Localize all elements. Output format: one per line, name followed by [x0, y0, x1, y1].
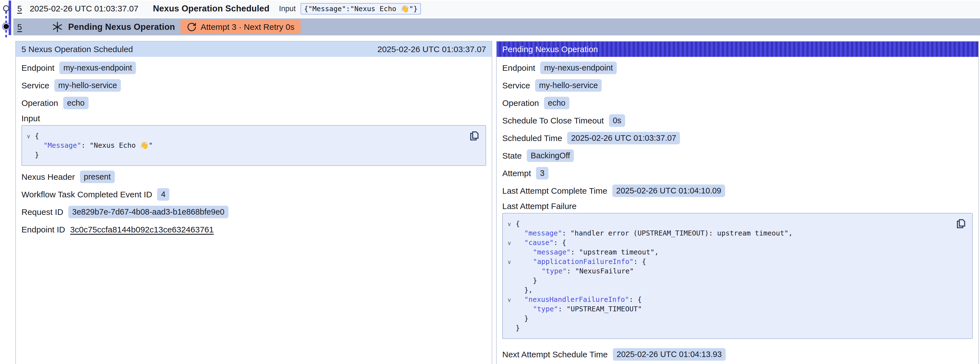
json-key: "cause": [524, 239, 554, 247]
field-endpoint: Endpointmy-nexus-endpoint: [21, 59, 486, 77]
event-id-link[interactable]: 5: [17, 4, 22, 13]
field-service: Servicemy-hello-service: [21, 77, 486, 94]
field-endpoint: Endpointmy-nexus-endpoint: [502, 59, 973, 77]
json-text: }: [524, 315, 528, 322]
code-line: ∨"applicationFailureInfo": {: [503, 257, 956, 267]
field-value-chip: echo: [63, 97, 89, 109]
code-line: "Message": "Nexus Echo 👋": [22, 141, 469, 150]
field-value-chip: present: [80, 171, 115, 183]
field-label: Endpoint: [502, 63, 535, 73]
json-text: : {: [633, 257, 646, 266]
pending-operation-row[interactable]: 5 Pending Nexus Operation Attempt 3 · Ne…: [13, 18, 980, 35]
field-endpoint-id: Endpoint ID3c0c75ccfa8144b092c13ce632463…: [21, 221, 486, 238]
field-value-chip: echo: [544, 97, 570, 109]
event-summary-row[interactable]: 5 2025-02-26 UTC 01:03:37.07 Nexus Opera…: [13, 0, 980, 17]
field-label: Service: [21, 81, 49, 90]
code-line: "message": "handler error (UPSTREAM_TIME…: [503, 228, 956, 238]
field-label: Workflow Task Completed Event ID: [21, 190, 152, 199]
collapse-chevron-icon[interactable]: ∨: [27, 132, 31, 141]
field-value-chip: my-hello-service: [54, 79, 121, 92]
field-value-chip: 3e829b7e-7d67-4b08-aad3-b1e868bfe9e0: [68, 206, 228, 218]
input-block-label: Input: [21, 112, 486, 125]
event-input-label: Input: [279, 5, 296, 13]
json-text: : "Nexus Echo 👋": [81, 141, 153, 149]
timeline-start-circle-icon: [2, 5, 10, 12]
code-line: "type": "UPSTREAM_TIMEOUT": [503, 304, 956, 314]
code-line: }: [503, 323, 956, 333]
collapse-chevron-icon[interactable]: ∨: [507, 257, 511, 267]
field-value-chip: my-nexus-endpoint: [59, 62, 136, 74]
field-label: Request ID: [21, 208, 63, 217]
json-key: "type": [533, 305, 558, 313]
event-timestamp: 2025-02-26 UTC 01:03:37.07: [30, 4, 138, 13]
json-text: }: [35, 151, 39, 159]
field-label: Endpoint ID: [21, 225, 65, 235]
json-text: : "handler error (UPSTREAM_TIMEOUT): ups…: [562, 229, 792, 237]
collapse-chevron-icon[interactable]: ∨: [507, 219, 511, 229]
pending-title: Pending Nexus Operation: [68, 22, 175, 32]
copy-icon: [955, 218, 967, 230]
retry-badge: Attempt 3 · Next Retry 0s: [180, 20, 301, 34]
retry-icon: [187, 22, 197, 32]
json-text: }: [533, 276, 537, 284]
copy-button[interactable]: [955, 218, 967, 230]
json-text: : "upstream timeout",: [571, 248, 659, 256]
code-line: ∨{: [503, 219, 956, 228]
field-service: Servicemy-hello-service: [502, 77, 973, 94]
json-text: : {: [554, 239, 566, 247]
field-workflow-task-completed-event-id: Workflow Task Completed Event ID4: [21, 186, 486, 203]
field-label: Last Attempt Complete Time: [502, 186, 607, 196]
field-value-chip: my-nexus-endpoint: [540, 62, 617, 74]
event-title: Nexus Operation Scheduled: [153, 4, 269, 14]
input-preview-chip: {"Message":"Nexus Echo 👋"}: [301, 3, 421, 14]
json-text: : {: [629, 295, 641, 303]
json-key: "nexusHandlerFailureInfo": [524, 295, 629, 303]
field-value-link[interactable]: 3c0c75ccfa8144b092c13ce632463761: [70, 225, 214, 235]
field-scheduled-time: Scheduled Time2025-02-26 UTC 01:03:37.07: [502, 129, 973, 147]
code-line: "message": "upstream timeout",: [503, 247, 956, 257]
code-line: },: [503, 286, 956, 295]
field-attempt: Attempt3: [502, 164, 973, 182]
field-value-chip: BackingOff: [527, 149, 574, 162]
json-text: : "UPSTREAM_TIMEOUT": [558, 305, 642, 313]
field-value-chip: 3: [536, 167, 548, 179]
field-label: Service: [502, 81, 530, 90]
pending-detail-header: Pending Nexus Operation: [497, 42, 978, 57]
code-line: }: [22, 150, 469, 160]
json-text: }: [515, 324, 520, 332]
event-detail-timestamp: 2025-02-26 UTC 01:03:37.07: [377, 45, 486, 54]
pending-fields-top: Endpointmy-nexus-endpointServicemy-hello…: [502, 59, 973, 200]
code-line: }: [503, 314, 956, 323]
retry-badge-label: Attempt 3 · Next Retry 0s: [200, 22, 294, 32]
code-line: "type": "NexusFailure": [503, 267, 956, 276]
field-nexus-header: Nexus Headerpresent: [21, 168, 486, 186]
field-operation: Operationecho: [502, 94, 973, 112]
json-key: "applicationFailureInfo": [533, 257, 633, 266]
json-text: {: [515, 220, 520, 228]
pending-fields-bottom: Next Attempt Schedule Time2025-02-26 UTC…: [502, 346, 973, 363]
pending-asterisk-icon: [51, 21, 64, 34]
collapse-chevron-icon[interactable]: ∨: [507, 295, 511, 305]
pending-detail-panel: Pending Nexus Operation Endpointmy-nexus…: [496, 41, 979, 364]
json-key: "type": [541, 267, 566, 275]
field-value-chip: 0s: [609, 114, 625, 127]
field-schedule-to-close-timeout: Schedule To Close Timeout0s: [502, 112, 973, 129]
pending-id-link[interactable]: 5: [17, 22, 22, 32]
collapse-chevron-icon[interactable]: ∨: [507, 238, 511, 248]
field-request-id: Request ID3e829b7e-7d67-4b08-aad3-b1e868…: [21, 203, 486, 221]
field-label: Operation: [21, 98, 58, 108]
field-operation: Operationecho: [21, 94, 486, 112]
code-line: ∨"nexusHandlerFailureInfo": {: [503, 295, 956, 304]
field-next-attempt-schedule-time: Next Attempt Schedule Time2025-02-26 UTC…: [502, 346, 973, 363]
field-label: Endpoint: [21, 63, 54, 73]
code-line: ∨{: [22, 131, 469, 141]
event-detail-header: 5 Nexus Operation Scheduled 2025-02-26 U…: [16, 42, 492, 57]
field-label: State: [502, 151, 522, 161]
event-detail-panel: 5 Nexus Operation Scheduled 2025-02-26 U…: [15, 41, 492, 364]
event-detail-title: 5 Nexus Operation Scheduled: [21, 45, 133, 54]
field-value-chip: 2025-02-26 UTC 01:03:37.07: [567, 132, 680, 144]
field-label: Nexus Header: [21, 172, 75, 182]
field-label: Next Attempt Schedule Time: [502, 350, 608, 359]
copy-button[interactable]: [468, 130, 480, 142]
field-value-chip: 2025-02-26 UTC 01:04:10.09: [612, 185, 725, 197]
